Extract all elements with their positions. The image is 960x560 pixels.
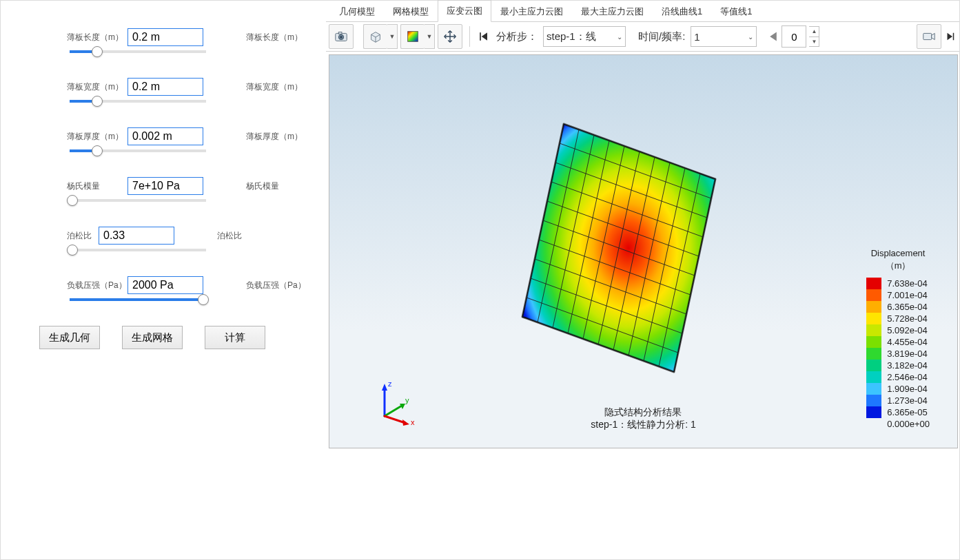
view-tab[interactable]: 最小主应力云图 <box>491 1 572 22</box>
legend-row: 6.365e-05 <box>866 406 930 418</box>
svg-marker-11 <box>932 33 935 39</box>
frame-input[interactable] <box>782 25 806 48</box>
legend-swatch <box>866 278 881 289</box>
svg-marker-12 <box>948 33 953 41</box>
param-row: 负载压强（Pa） 负载压强（Pa） <box>1 276 326 294</box>
legend-row: 1.273e-04 <box>866 395 930 406</box>
param-row: 薄板长度（m） 薄板长度（m） <box>1 28 326 46</box>
step-select-value: step-1：线 <box>547 30 596 43</box>
svg-rect-3 <box>338 32 342 34</box>
view-tab[interactable]: 应变云图 <box>438 0 491 22</box>
svg-marker-35 <box>382 384 387 391</box>
legend-swatch <box>866 324 881 336</box>
action-buttons: 生成几何 生成网格 计算 <box>1 326 326 349</box>
legend-row: 4.455e-04 <box>866 336 930 348</box>
legend-value: 1.909e-04 <box>887 384 928 394</box>
legend-swatch <box>866 301 881 313</box>
legend-row: 6.365e-04 <box>866 301 930 313</box>
time-label: 时间/频率: <box>635 30 688 43</box>
param-label: 杨氏模量 <box>67 180 127 192</box>
cube-view-dropdown[interactable]: ▼ <box>387 24 398 49</box>
param-input[interactable] <box>127 276 203 294</box>
time-select-value: 1 <box>694 31 699 43</box>
param-input[interactable] <box>127 28 203 46</box>
param-row: 薄板厚度（m） 薄板厚度（m） <box>1 127 326 145</box>
calculate-button[interactable]: 计算 <box>205 326 265 349</box>
result-caption: 隐式结构分析结果 step-1：线性静力分析: 1 <box>591 406 695 431</box>
legend-value: 5.728e-04 <box>887 313 928 324</box>
camera-icon[interactable] <box>329 24 354 49</box>
param-label: 薄板宽度（m） <box>67 81 127 93</box>
view-tab[interactable]: 最大主应力云图 <box>572 1 653 22</box>
legend-row: 1.909e-04 <box>866 383 930 395</box>
param-sublabel: 薄板厚度（m） <box>246 131 303 143</box>
time-select[interactable]: 1 ⌄ <box>691 26 757 47</box>
legend-row: 7.001e-04 <box>866 289 930 301</box>
param-input[interactable] <box>99 227 174 245</box>
frame-down-icon[interactable]: ▼ <box>809 37 819 47</box>
param-slider[interactable] <box>70 100 206 103</box>
generate-mesh-button[interactable]: 生成网格 <box>122 326 183 349</box>
frame-up-icon[interactable]: ▲ <box>809 27 819 37</box>
generate-geometry-button[interactable]: 生成几何 <box>39 326 100 349</box>
result-canvas[interactable]: z y x 隐式结构分析结果 step-1：线性静力分析: 1 Displace… <box>329 54 958 448</box>
cube-view-icon[interactable] <box>363 24 387 49</box>
view-tabs: 几何模型网格模型应变云图最小主应力云图最大主应力云图沿线曲线1等值线1 <box>326 1 959 22</box>
colormap-icon[interactable] <box>400 24 425 49</box>
param-label: 负载压强（Pa） <box>67 280 127 291</box>
frame-stepper[interactable]: ▲▼ <box>809 26 819 47</box>
legend-row: 5.092e-04 <box>866 324 930 336</box>
step-forward-icon[interactable] <box>944 25 957 48</box>
legend-value: 7.638e-04 <box>887 278 928 289</box>
param-label: 薄板长度（m） <box>67 32 127 43</box>
legend-value: 5.092e-04 <box>887 325 928 335</box>
legend-swatch <box>866 418 881 430</box>
legend-swatch <box>866 313 881 324</box>
param-row: 泊松比 泊松比 <box>1 227 326 245</box>
legend-value: 6.365e-05 <box>887 407 928 417</box>
chevron-down-icon: ⌄ <box>613 33 622 41</box>
view-tab[interactable]: 几何模型 <box>330 1 384 22</box>
legend-value: 3.182e-04 <box>887 360 928 371</box>
legend-swatch <box>866 360 881 371</box>
param-slider[interactable] <box>70 50 206 53</box>
param-input[interactable] <box>127 78 203 96</box>
param-input[interactable] <box>127 127 203 145</box>
view-tab[interactable]: 沿线曲线1 <box>653 1 711 22</box>
param-slider[interactable] <box>70 249 206 251</box>
param-sublabel: 负载压强（Pa） <box>246 280 306 291</box>
color-legend: Displacement （m） 7.638e-047.001e-046.365… <box>866 248 930 430</box>
view-tab[interactable]: 等值线1 <box>711 1 761 22</box>
axis-x-label: x <box>411 418 415 426</box>
param-sublabel: 薄板长度（m） <box>246 32 303 43</box>
param-row: 薄板宽度（m） 薄板宽度（m） <box>1 78 326 96</box>
axis-z-label: z <box>388 380 392 388</box>
frame-prev-icon[interactable] <box>768 31 779 42</box>
parameters-panel: 薄板长度（m） 薄板长度（m） 薄板宽度（m） 薄板宽度（m） 薄板厚度（m） … <box>1 1 326 559</box>
svg-rect-13 <box>953 33 954 41</box>
legend-row: 7.638e-04 <box>866 278 930 289</box>
colormap-dropdown[interactable]: ▼ <box>425 24 435 49</box>
legend-value: 0.000e+00 <box>887 419 930 429</box>
app-root: 薄板长度（m） 薄板长度（m） 薄板宽度（m） 薄板宽度（m） 薄板厚度（m） … <box>0 0 960 560</box>
legend-row: 3.182e-04 <box>866 360 930 371</box>
step-label: 分析步： <box>493 30 540 43</box>
step-select[interactable]: step-1：线 ⌄ <box>543 26 626 47</box>
param-slider[interactable] <box>70 298 206 301</box>
step-back-icon[interactable] <box>477 25 491 48</box>
caption-line-2: step-1：线性静力分析: 1 <box>591 419 695 431</box>
param-slider[interactable] <box>70 149 206 152</box>
param-row: 杨氏模量 杨氏模量 <box>1 177 326 195</box>
legend-value: 1.273e-04 <box>887 395 928 406</box>
param-sublabel: 薄板宽度（m） <box>246 81 303 93</box>
svg-rect-10 <box>923 33 932 39</box>
param-label: 泊松比 <box>67 230 99 242</box>
param-sublabel: 杨氏模量 <box>246 180 279 192</box>
legend-row: 3.819e-04 <box>866 348 930 360</box>
legend-row: 2.546e-04 <box>866 371 930 383</box>
video-icon[interactable] <box>917 24 941 49</box>
param-slider[interactable] <box>70 199 206 202</box>
view-tab[interactable]: 网格模型 <box>384 1 438 22</box>
pan-icon[interactable] <box>438 24 462 49</box>
param-input[interactable] <box>127 177 203 195</box>
